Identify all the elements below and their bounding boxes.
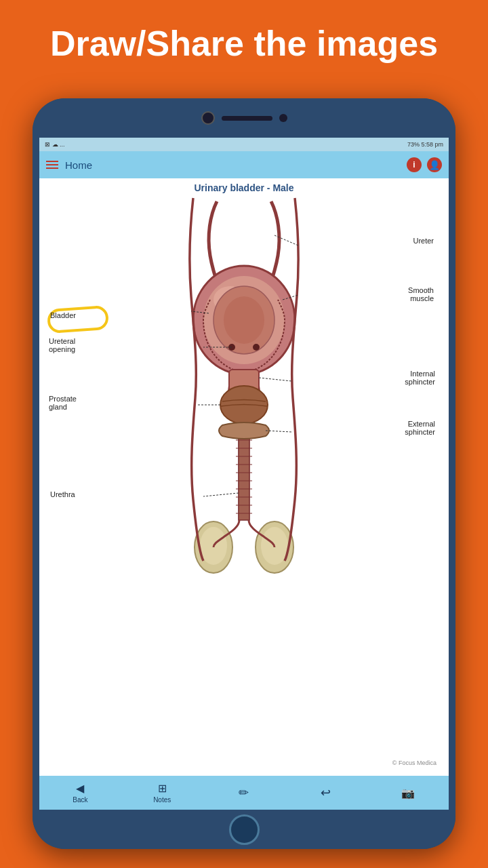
toolbar-title: Home — [65, 159, 92, 171]
speaker — [222, 116, 272, 121]
nav-undo[interactable]: ↩ — [285, 776, 367, 810]
draw-icon: ✏ — [239, 785, 249, 800]
copyright-label: © Focus Medica — [392, 760, 436, 766]
toolbar-left: Home — [46, 159, 92, 171]
status-icons: ⊠ ☁ ... — [45, 141, 65, 148]
status-right: 73% 5:58 pm — [407, 141, 443, 148]
notes-label: Notes — [153, 796, 171, 804]
phone-screen: ⊠ ☁ ... 73% 5:58 pm Home i 👤 — [39, 138, 449, 810]
bottom-nav: ◀ Back ⊞ Notes ✏ ↩ 📷 — [39, 776, 449, 810]
back-label: Back — [73, 796, 87, 804]
toolbar-right: i 👤 — [407, 157, 442, 172]
header-banner: Draw/Share the images — [0, 0, 488, 88]
nav-notes[interactable]: ⊞ Notes — [121, 776, 203, 810]
sensor — [279, 114, 287, 122]
label-ureteral-opening: Ureteralopening — [49, 337, 75, 353]
phone-frame: ⊠ ☁ ... 73% 5:58 pm Home i 👤 — [33, 98, 455, 849]
label-smooth-muscle: Smoothmuscle — [408, 286, 434, 302]
nav-back[interactable]: ◀ Back — [39, 776, 121, 810]
user-button[interactable]: 👤 — [427, 157, 442, 172]
phone-top-bar — [33, 98, 455, 138]
label-internal-sphincter: Internalsphincter — [405, 370, 435, 386]
nav-camera[interactable]: 📷 — [367, 776, 449, 810]
svg-point-6 — [253, 344, 260, 351]
status-bar: ⊠ ☁ ... 73% 5:58 pm — [39, 138, 449, 151]
main-content: Urinary bladder - Male — [39, 178, 449, 776]
label-external-sphincter: Externalsphincter — [405, 420, 435, 436]
status-left: ⊠ ☁ ... — [45, 141, 65, 148]
front-camera — [201, 111, 215, 125]
label-ureter: Ureter — [413, 237, 434, 245]
menu-icon[interactable] — [46, 161, 58, 169]
svg-line-32 — [203, 493, 239, 496]
camera-icon: 📷 — [401, 787, 415, 800]
diagram-title: Urinary bladder - Male — [39, 178, 449, 195]
anatomy-illustration — [142, 195, 346, 588]
app-toolbar: Home i 👤 — [39, 151, 449, 178]
svg-point-4 — [224, 296, 264, 344]
nav-draw[interactable]: ✏ — [203, 776, 285, 810]
home-button[interactable] — [229, 814, 260, 845]
header-title: Draw/Share the images — [37, 24, 451, 63]
label-prostate-gland: Prostategland — [49, 395, 77, 411]
diagram-container: Ureter Bladder Smoothmuscle Ureteralopen… — [39, 195, 449, 772]
bladder-highlight — [47, 305, 109, 334]
label-bladder: Bladder — [50, 311, 76, 319]
phone-bottom-bar — [33, 810, 455, 849]
notes-icon: ⊞ — [158, 782, 167, 795]
back-icon: ◀ — [76, 782, 84, 795]
svg-line-29 — [259, 378, 291, 381]
undo-icon: ↩ — [321, 785, 331, 800]
info-button[interactable]: i — [407, 157, 422, 172]
label-urethra: Urethra — [50, 490, 75, 498]
